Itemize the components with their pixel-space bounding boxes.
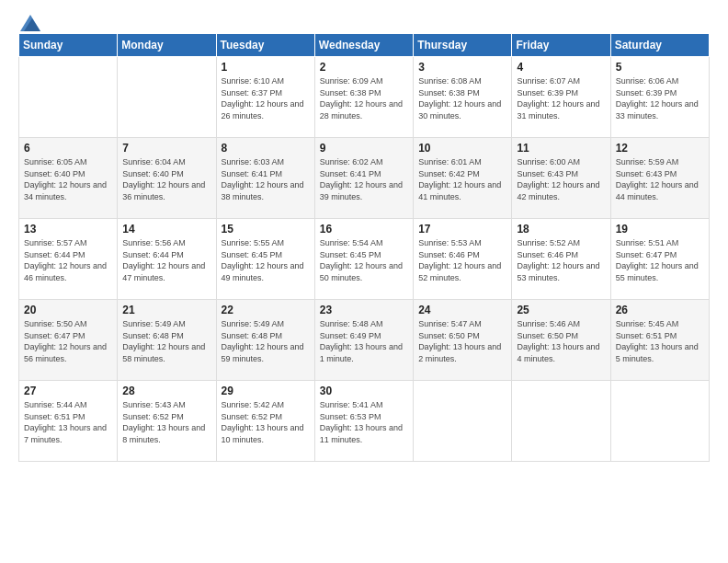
weekday-sunday: Sunday [19, 34, 118, 57]
day-cell: 29Sunrise: 5:42 AMSunset: 6:52 PMDayligh… [216, 381, 314, 462]
day-cell: 25Sunrise: 5:46 AMSunset: 6:50 PMDayligh… [512, 300, 610, 381]
day-info: Sunrise: 5:52 AMSunset: 6:46 PMDaylight:… [517, 237, 605, 283]
day-cell [512, 381, 610, 462]
day-info: Sunrise: 5:55 AMSunset: 6:45 PMDaylight:… [222, 237, 310, 283]
day-info: Sunrise: 5:43 AMSunset: 6:52 PMDaylight:… [122, 399, 210, 445]
weekday-thursday: Thursday [414, 34, 512, 57]
day-info: Sunrise: 6:00 AMSunset: 6:43 PMDaylight:… [517, 156, 605, 202]
day-cell: 30Sunrise: 5:41 AMSunset: 6:53 PMDayligh… [314, 381, 413, 462]
day-cell: 17Sunrise: 5:53 AMSunset: 6:46 PMDayligh… [414, 219, 512, 300]
day-number: 16 [320, 223, 408, 236]
day-info: Sunrise: 6:10 AMSunset: 6:37 PMDaylight:… [222, 75, 310, 121]
day-cell: 13Sunrise: 5:57 AMSunset: 6:44 PMDayligh… [19, 219, 118, 300]
day-info: Sunrise: 6:02 AMSunset: 6:41 PMDaylight:… [320, 156, 408, 202]
weekday-wednesday: Wednesday [314, 34, 413, 57]
day-cell: 12Sunrise: 5:59 AMSunset: 6:43 PMDayligh… [610, 138, 709, 219]
day-number: 25 [517, 304, 605, 316]
day-number: 23 [320, 304, 408, 316]
logo-icon [20, 15, 40, 31]
day-number: 11 [517, 142, 605, 155]
day-cell: 23Sunrise: 5:48 AMSunset: 6:49 PMDayligh… [314, 300, 413, 381]
day-cell: 20Sunrise: 5:50 AMSunset: 6:47 PMDayligh… [19, 300, 118, 381]
day-number: 12 [616, 142, 704, 155]
day-cell [19, 57, 118, 138]
day-info: Sunrise: 5:46 AMSunset: 6:50 PMDaylight:… [517, 318, 605, 364]
day-number: 4 [517, 61, 605, 74]
day-info: Sunrise: 5:44 AMSunset: 6:51 PMDaylight:… [24, 399, 112, 445]
day-info: Sunrise: 6:09 AMSunset: 6:38 PMDaylight:… [320, 75, 408, 121]
day-info: Sunrise: 5:57 AMSunset: 6:44 PMDaylight:… [24, 237, 112, 283]
weekday-friday: Friday [512, 34, 610, 57]
day-cell: 19Sunrise: 5:51 AMSunset: 6:47 PMDayligh… [610, 219, 709, 300]
weekday-saturday: Saturday [610, 34, 709, 57]
day-info: Sunrise: 5:41 AMSunset: 6:53 PMDaylight:… [320, 399, 408, 445]
day-number: 9 [320, 142, 408, 155]
day-cell: 9Sunrise: 6:02 AMSunset: 6:41 PMDaylight… [314, 138, 413, 219]
day-number: 22 [222, 304, 310, 316]
day-number: 15 [222, 223, 310, 236]
day-cell: 5Sunrise: 6:06 AMSunset: 6:39 PMDaylight… [610, 57, 709, 138]
day-number: 14 [122, 223, 210, 236]
day-cell: 14Sunrise: 5:56 AMSunset: 6:44 PMDayligh… [118, 219, 216, 300]
day-cell: 1Sunrise: 6:10 AMSunset: 6:37 PMDaylight… [216, 57, 314, 138]
day-cell: 15Sunrise: 5:55 AMSunset: 6:45 PMDayligh… [216, 219, 314, 300]
week-row-1: 6Sunrise: 6:05 AMSunset: 6:40 PMDaylight… [19, 138, 710, 219]
day-number: 20 [24, 304, 112, 316]
day-info: Sunrise: 5:56 AMSunset: 6:44 PMDaylight:… [122, 237, 210, 283]
day-number: 1 [222, 61, 310, 74]
day-cell: 3Sunrise: 6:08 AMSunset: 6:38 PMDaylight… [414, 57, 512, 138]
weekday-tuesday: Tuesday [216, 34, 314, 57]
day-number: 24 [418, 304, 506, 316]
day-info: Sunrise: 6:04 AMSunset: 6:40 PMDaylight:… [122, 156, 210, 202]
day-cell: 18Sunrise: 5:52 AMSunset: 6:46 PMDayligh… [512, 219, 610, 300]
day-number: 2 [320, 61, 408, 74]
day-number: 13 [24, 223, 112, 236]
day-info: Sunrise: 5:49 AMSunset: 6:48 PMDaylight:… [222, 318, 310, 364]
week-row-4: 27Sunrise: 5:44 AMSunset: 6:51 PMDayligh… [19, 381, 710, 462]
day-info: Sunrise: 5:49 AMSunset: 6:48 PMDaylight:… [122, 318, 210, 364]
calendar: SundayMondayTuesdayWednesdayThursdayFrid… [18, 33, 710, 462]
day-cell [118, 57, 216, 138]
day-info: Sunrise: 6:05 AMSunset: 6:40 PMDaylight:… [24, 156, 112, 202]
header [18, 15, 710, 28]
day-number: 19 [616, 223, 704, 236]
day-number: 30 [320, 385, 408, 397]
day-info: Sunrise: 6:06 AMSunset: 6:39 PMDaylight:… [616, 75, 704, 121]
day-cell: 24Sunrise: 5:47 AMSunset: 6:50 PMDayligh… [414, 300, 512, 381]
day-number: 18 [517, 223, 605, 236]
day-info: Sunrise: 5:51 AMSunset: 6:47 PMDaylight:… [616, 237, 704, 283]
day-cell: 11Sunrise: 6:00 AMSunset: 6:43 PMDayligh… [512, 138, 610, 219]
day-info: Sunrise: 5:50 AMSunset: 6:47 PMDaylight:… [24, 318, 112, 364]
day-info: Sunrise: 5:42 AMSunset: 6:52 PMDaylight:… [222, 399, 310, 445]
day-cell: 28Sunrise: 5:43 AMSunset: 6:52 PMDayligh… [118, 381, 216, 462]
day-cell: 22Sunrise: 5:49 AMSunset: 6:48 PMDayligh… [216, 300, 314, 381]
day-info: Sunrise: 5:47 AMSunset: 6:50 PMDaylight:… [418, 318, 506, 364]
day-info: Sunrise: 5:59 AMSunset: 6:43 PMDaylight:… [616, 156, 704, 202]
day-info: Sunrise: 5:53 AMSunset: 6:46 PMDaylight:… [418, 237, 506, 283]
day-info: Sunrise: 6:01 AMSunset: 6:42 PMDaylight:… [418, 156, 506, 202]
day-cell: 8Sunrise: 6:03 AMSunset: 6:41 PMDaylight… [216, 138, 314, 219]
day-cell: 2Sunrise: 6:09 AMSunset: 6:38 PMDaylight… [314, 57, 413, 138]
day-cell: 10Sunrise: 6:01 AMSunset: 6:42 PMDayligh… [414, 138, 512, 219]
day-info: Sunrise: 5:45 AMSunset: 6:51 PMDaylight:… [616, 318, 704, 364]
day-number: 21 [122, 304, 210, 316]
logo [18, 15, 40, 28]
week-row-3: 20Sunrise: 5:50 AMSunset: 6:47 PMDayligh… [19, 300, 710, 381]
day-cell: 26Sunrise: 5:45 AMSunset: 6:51 PMDayligh… [610, 300, 709, 381]
day-number: 10 [418, 142, 506, 155]
week-row-0: 1Sunrise: 6:10 AMSunset: 6:37 PMDaylight… [19, 57, 710, 138]
day-info: Sunrise: 5:54 AMSunset: 6:45 PMDaylight:… [320, 237, 408, 283]
day-number: 5 [616, 61, 704, 74]
week-row-2: 13Sunrise: 5:57 AMSunset: 6:44 PMDayligh… [19, 219, 710, 300]
day-cell: 7Sunrise: 6:04 AMSunset: 6:40 PMDaylight… [118, 138, 216, 219]
weekday-header-row: SundayMondayTuesdayWednesdayThursdayFrid… [19, 34, 710, 57]
day-info: Sunrise: 6:07 AMSunset: 6:39 PMDaylight:… [517, 75, 605, 121]
day-info: Sunrise: 6:08 AMSunset: 6:38 PMDaylight:… [418, 75, 506, 121]
day-info: Sunrise: 6:03 AMSunset: 6:41 PMDaylight:… [222, 156, 310, 202]
day-cell [414, 381, 512, 462]
day-cell: 21Sunrise: 5:49 AMSunset: 6:48 PMDayligh… [118, 300, 216, 381]
day-cell [610, 381, 709, 462]
day-number: 3 [418, 61, 506, 74]
day-number: 8 [222, 142, 310, 155]
day-number: 6 [24, 142, 112, 155]
